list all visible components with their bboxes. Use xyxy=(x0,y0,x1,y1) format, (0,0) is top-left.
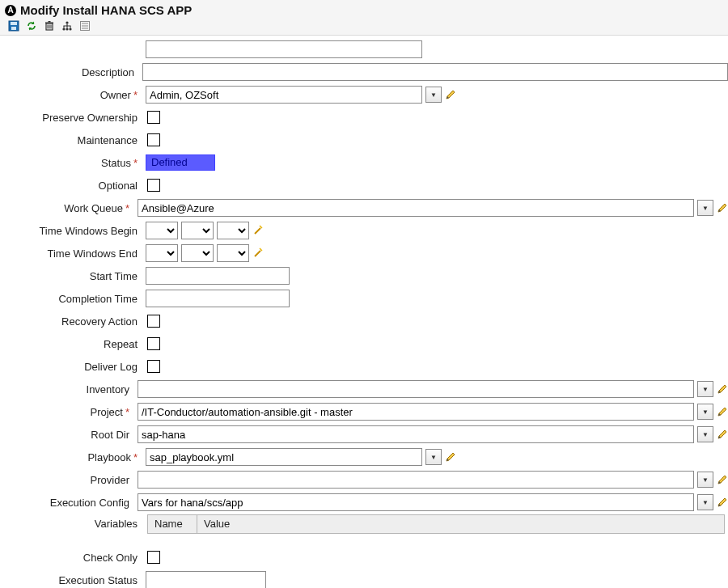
properties-icon[interactable] xyxy=(79,20,91,32)
label-provider: Provider xyxy=(0,474,138,486)
label-description: Description xyxy=(0,66,142,78)
completion-time-input[interactable] xyxy=(146,290,290,307)
tw-end-sec[interactable] xyxy=(217,244,249,262)
project-picker-button[interactable]: ▼ xyxy=(697,404,713,420)
svg-point-9 xyxy=(66,21,68,23)
label-exec-status: Execution Status xyxy=(0,574,146,586)
toolbar xyxy=(5,20,723,33)
playbook-input[interactable] xyxy=(146,448,422,466)
label-owner: Owner xyxy=(100,89,131,101)
label-playbook: Playbook xyxy=(87,451,130,463)
status-value[interactable]: Defined xyxy=(146,154,215,171)
svg-rect-4 xyxy=(45,23,53,24)
inventory-picker-button[interactable]: ▼ xyxy=(697,381,713,397)
form-body: Description Owner* ▼ Preserve Ownership … xyxy=(0,36,728,588)
recovery-action-checkbox[interactable] xyxy=(147,315,160,328)
svg-point-12 xyxy=(69,27,71,30)
label-variables: Variables xyxy=(0,514,146,530)
tw-begin-hour[interactable] xyxy=(146,222,178,239)
optional-checkbox[interactable] xyxy=(147,179,160,192)
label-tw-begin: Time Windows Begin xyxy=(0,225,146,237)
svg-rect-2 xyxy=(11,27,16,30)
label-deliver-log: Deliver Log xyxy=(0,361,146,373)
delete-icon[interactable] xyxy=(44,20,55,32)
variables-table: Name Value xyxy=(147,514,725,534)
owner-picker-button[interactable]: ▼ xyxy=(425,87,442,103)
label-maintenance: Maintenance xyxy=(0,134,146,146)
root-dir-input[interactable] xyxy=(138,425,694,443)
header-bar: A Modify Install HANA SCS APP xyxy=(0,0,728,36)
required-marker: * xyxy=(131,89,138,101)
preserve-ownership-checkbox[interactable] xyxy=(147,111,160,124)
label-repeat: Repeat xyxy=(0,338,146,350)
provider-input[interactable] xyxy=(138,471,694,489)
label-check-only: Check Only xyxy=(0,552,146,564)
label-work-queue: Work Queue xyxy=(64,202,123,214)
description-input[interactable] xyxy=(142,63,728,81)
root-dir-picker-button[interactable]: ▼ xyxy=(697,426,713,442)
top-partial-input[interactable] xyxy=(146,40,422,58)
tw-begin-min[interactable] xyxy=(181,222,214,239)
playbook-picker-button[interactable]: ▼ xyxy=(425,449,442,465)
work-queue-picker-button[interactable]: ▼ xyxy=(697,200,713,216)
start-time-input[interactable] xyxy=(146,267,290,285)
exec-config-input[interactable] xyxy=(138,493,694,511)
label-root-dir: Root Dir xyxy=(0,429,138,441)
page-title: Modify Install HANA SCS APP xyxy=(20,3,192,17)
pencil-icon[interactable] xyxy=(717,429,728,440)
pencil-icon[interactable] xyxy=(717,497,728,508)
refresh-icon[interactable] xyxy=(26,20,37,32)
provider-picker-button[interactable]: ▼ xyxy=(697,472,713,488)
label-exec-config: Execution Config xyxy=(0,497,138,509)
wand-icon[interactable] xyxy=(252,225,264,236)
svg-point-11 xyxy=(66,27,68,30)
label-status: Status xyxy=(101,157,131,169)
check-only-checkbox[interactable] xyxy=(147,551,160,564)
tw-begin-sec[interactable] xyxy=(217,222,249,239)
hierarchy-icon[interactable] xyxy=(61,20,73,32)
pencil-icon[interactable] xyxy=(717,406,728,417)
svg-rect-5 xyxy=(49,21,51,23)
pencil-icon[interactable] xyxy=(445,451,456,463)
save-icon[interactable] xyxy=(8,20,19,32)
label-optional: Optional xyxy=(0,180,146,192)
deliver-log-checkbox[interactable] xyxy=(147,360,160,373)
ansible-icon: A xyxy=(5,5,16,16)
pencil-icon[interactable] xyxy=(717,202,728,214)
pencil-icon[interactable] xyxy=(717,474,728,485)
owner-input[interactable] xyxy=(146,86,422,104)
maintenance-checkbox[interactable] xyxy=(147,133,160,146)
pencil-icon[interactable] xyxy=(445,89,456,100)
svg-point-10 xyxy=(62,27,65,30)
label-completion-time: Completion Time xyxy=(0,293,146,305)
label-inventory: Inventory xyxy=(0,383,138,396)
tw-end-min[interactable] xyxy=(181,244,214,262)
label-tw-end: Time Windows End xyxy=(0,247,146,260)
label-recovery-action: Recovery Action xyxy=(0,315,146,328)
exec-status-input[interactable] xyxy=(146,571,266,588)
label-project: Project xyxy=(90,406,122,418)
label-preserve-ownership: Preserve Ownership xyxy=(0,112,146,124)
tw-end-hour[interactable] xyxy=(146,244,178,262)
label-start-time: Start Time xyxy=(0,270,146,282)
svg-rect-1 xyxy=(11,22,17,25)
exec-config-picker-button[interactable]: ▼ xyxy=(697,494,713,510)
repeat-checkbox[interactable] xyxy=(147,337,160,350)
variables-col-value: Value xyxy=(197,515,724,533)
project-input[interactable] xyxy=(138,403,694,421)
variables-col-name: Name xyxy=(148,515,197,533)
pencil-icon[interactable] xyxy=(717,383,728,395)
work-queue-input[interactable] xyxy=(138,199,694,217)
inventory-input[interactable] xyxy=(138,380,694,398)
wand-icon[interactable] xyxy=(252,247,264,259)
